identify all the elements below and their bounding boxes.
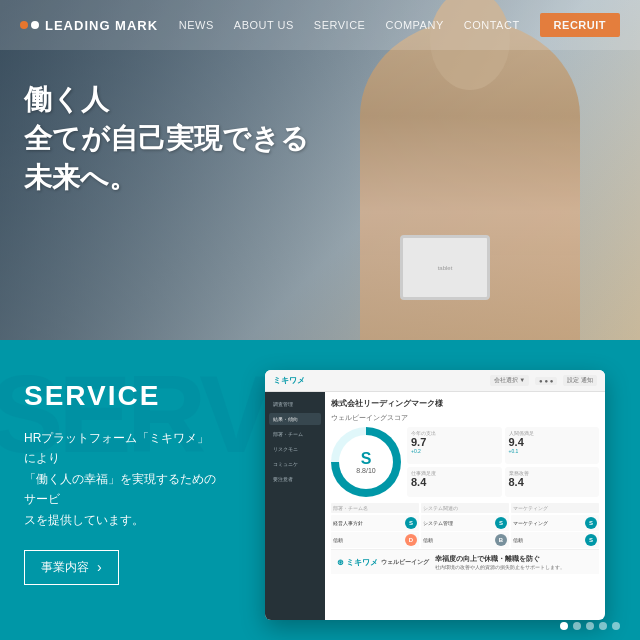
service-section: SERVICE SERVICE HRプラットフォーム「ミキワメ」により 「働く人…: [0, 340, 640, 640]
sidebar-item-5[interactable]: コミュニケ: [269, 458, 321, 470]
dash-logo: ミキワメ: [273, 375, 305, 386]
cell-1-1: 経営人事方針 S: [331, 515, 419, 531]
logo-text: LEADING MARK: [45, 18, 158, 33]
cell-text: 経営人事方針: [333, 520, 363, 526]
dash-company: 株式会社リーディングマーク様: [331, 398, 599, 409]
hero-line3: 未来へ。: [24, 162, 137, 193]
service-desc-line2: 「働く人の幸福」を実現するためのサービ: [24, 472, 216, 506]
badge-s4: S: [585, 534, 597, 546]
mikiwame-logo: ⊛ ミキワメ ウェルビーイング: [337, 557, 429, 568]
th-3: マーケティング: [511, 503, 599, 513]
sidebar-item-1[interactable]: 調査管理: [269, 398, 321, 410]
cell-text3: マーケティング: [513, 520, 548, 526]
metric-2: 人関係満足 9.4 +0.1: [505, 427, 600, 464]
th-2: システム関連の: [421, 503, 509, 513]
service-desc-line1: HRプラットフォーム「ミキワメ」により: [24, 431, 209, 465]
service-title: SERVICE: [24, 380, 216, 412]
badge-b: B: [495, 534, 507, 546]
header: LEADING MARK NEWS ABOUT US SERVICE COMPA…: [0, 0, 640, 50]
dot-3[interactable]: [586, 622, 594, 630]
hero-tablet: tablet: [400, 235, 490, 300]
logo-dot-white: [31, 21, 39, 29]
dash-footer: ⊛ ミキワメ ウェルビーイング 幸福度の向上で休職・離職を防ぐ 社内環境の改善や…: [331, 549, 599, 574]
dash-metrics: 今年の支出 9.7 +0.2 人関係満足 9.4 +0.1 仕事満足度: [407, 427, 599, 497]
dash-gauge-inner: S 8.8/10: [339, 435, 393, 489]
nav-about[interactable]: ABOUT US: [234, 19, 294, 31]
hero-headline: 働く人 全てが自己実現できる 未来へ。: [24, 80, 309, 198]
service-desc-line3: スを提供しています。: [24, 513, 144, 527]
dots-indicator: [560, 622, 620, 630]
table-row-2: 信頼 D 信頼 B 信頼 S: [331, 532, 599, 548]
service-description: HRプラットフォーム「ミキワメ」により 「働く人の幸福」を実現するためのサービ …: [24, 428, 216, 530]
hero-text-block: 働く人 全てが自己実現できる 未来へ。: [24, 80, 309, 198]
hero-section: tablet 働く人 全てが自己実現できる 未来へ。: [0, 0, 640, 340]
dot-5[interactable]: [612, 622, 620, 630]
cell-text5: 信頼: [423, 537, 433, 543]
dash-header: ミキワメ 会社選択 ▼ ● ● ● 設定 通知: [265, 370, 605, 392]
dash-subtitle: ウェルビーイングスコア: [331, 413, 599, 423]
cell-2-2: 信頼 B: [421, 532, 509, 548]
nav-service[interactable]: SERVICE: [314, 19, 366, 31]
metric-4: 業務改善 8.4: [505, 467, 600, 498]
recruit-button[interactable]: RECRUIT: [540, 13, 620, 37]
arrow-icon: ›: [97, 559, 102, 575]
metric-4-value: 8.4: [509, 476, 596, 488]
dash-controls: 会社選択 ▼ ● ● ● 設定 通知: [490, 375, 598, 386]
dash-ctrl-2: ● ● ●: [535, 377, 557, 385]
metric-1: 今年の支出 9.7 +0.2: [407, 427, 502, 464]
metric-2-value: 9.4: [509, 436, 596, 448]
nav-company[interactable]: COMPANY: [385, 19, 443, 31]
dash-ctrl-3: 設定 通知: [563, 375, 597, 386]
metric-3-value: 8.4: [411, 476, 498, 488]
dash-score: 8.8/10: [356, 467, 375, 474]
footer-main-text: 幸福度の向上で休職・離職を防ぐ: [435, 554, 593, 564]
nav-news[interactable]: NEWS: [179, 19, 214, 31]
cell-text2: システム管理: [423, 520, 453, 526]
logo-dot-orange: [20, 21, 28, 29]
metric-3: 仕事満足度 8.4: [407, 467, 502, 498]
service-right: ミキワメ 会社選択 ▼ ● ● ● 設定 通知 調査管理 結果・傾向 部署・チー…: [240, 340, 640, 640]
main-nav: NEWS ABOUT US SERVICE COMPANY CONTACT RE…: [179, 13, 620, 37]
table-row-1: 経営人事方針 S システム管理 S マーケティング S: [331, 515, 599, 531]
sidebar-item-2[interactable]: 結果・傾向: [269, 413, 321, 425]
badge-d: D: [405, 534, 417, 546]
dash-sidebar: 調査管理 結果・傾向 部署・チーム リスクモニ コミュニケ 要注意者: [265, 392, 325, 620]
dash-grade: S: [361, 451, 372, 467]
cell-text6: 信頼: [513, 537, 523, 543]
metric-2-sub: +0.1: [509, 448, 596, 454]
mikiwame-sub: ウェルビーイング: [381, 558, 429, 567]
cell-2-1: 信頼 D: [331, 532, 419, 548]
cell-1-2: システム管理 S: [421, 515, 509, 531]
dash-table: 部署・チーム名 システム関連の マーケティング 経営人事方針 S システム管理: [331, 503, 599, 548]
service-btn-label: 事業内容: [41, 559, 89, 576]
cell-text4: 信頼: [333, 537, 343, 543]
mikiwame-logo-text: ⊛ ミキワメ: [337, 557, 378, 568]
footer-sub-text: 社内環境の改善や人的資源の損失防止をサポートします。: [435, 564, 593, 570]
th-1: 部署・チーム名: [331, 503, 419, 513]
dot-2[interactable]: [573, 622, 581, 630]
badge-s3: S: [585, 517, 597, 529]
hero-line1: 働く人: [24, 84, 109, 115]
dash-gauge: S 8.8/10: [331, 427, 401, 497]
sidebar-item-4[interactable]: リスクモニ: [269, 443, 321, 455]
dot-1[interactable]: [560, 622, 568, 630]
dash-main: 株式会社リーディングマーク様 ウェルビーイングスコア S 8.8/10 今年の支…: [325, 392, 605, 620]
sidebar-item-6[interactable]: 要注意者: [269, 473, 321, 485]
dot-4[interactable]: [599, 622, 607, 630]
badge-s1: S: [405, 517, 417, 529]
logo-icon: [20, 21, 39, 29]
dash-body: 調査管理 結果・傾向 部署・チーム リスクモニ コミュニケ 要注意者 株式会社リ…: [265, 392, 605, 620]
service-details-button[interactable]: 事業内容 ›: [24, 550, 119, 585]
dash-ctrl-1: 会社選択 ▼: [490, 375, 530, 386]
nav-contact[interactable]: CONTACT: [464, 19, 520, 31]
badge-s2: S: [495, 517, 507, 529]
metric-1-value: 9.7: [411, 436, 498, 448]
dash-table-header: 部署・チーム名 システム関連の マーケティング: [331, 503, 599, 513]
metric-1-sub: +0.2: [411, 448, 498, 454]
dash-score-area: S 8.8/10 今年の支出 9.7 +0.2 人関係満足: [331, 427, 599, 497]
sidebar-item-3[interactable]: 部署・チーム: [269, 428, 321, 440]
cell-1-3: マーケティング S: [511, 515, 599, 531]
cell-2-3: 信頼 S: [511, 532, 599, 548]
hero-line2: 全てが自己実現できる: [24, 123, 309, 154]
logo: LEADING MARK: [20, 18, 158, 33]
